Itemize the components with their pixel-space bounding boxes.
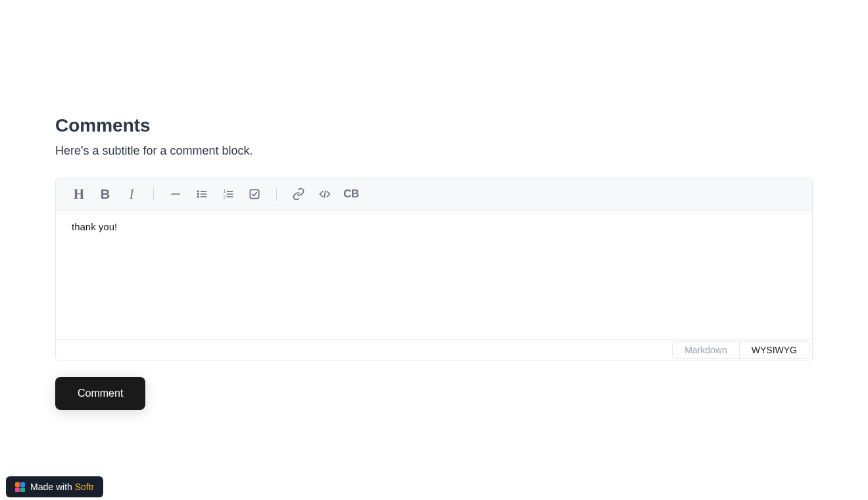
editor-footer: Markdown WYSIWYG <box>56 339 812 361</box>
svg-text:1: 1 <box>224 189 226 193</box>
heading-button[interactable]: H <box>68 186 90 202</box>
mode-switch: Markdown WYSIWYG <box>672 341 809 359</box>
checklist-button[interactable] <box>243 186 266 202</box>
code-icon <box>318 188 331 201</box>
bullet-list-icon <box>195 188 208 201</box>
softr-logo-icon <box>15 482 25 492</box>
editor-textarea[interactable]: thank you! <box>56 211 812 339</box>
comment-editor: H B I 1 2 <box>55 178 813 361</box>
ordered-list-icon: 1 2 <box>222 188 235 201</box>
horizontal-rule-button[interactable] <box>164 186 187 202</box>
svg-rect-12 <box>250 189 258 198</box>
svg-point-3 <box>197 193 199 195</box>
editor-toolbar: H B I 1 2 <box>56 178 812 211</box>
horizontal-rule-icon <box>169 188 182 201</box>
italic-button[interactable]: I <box>120 186 143 202</box>
svg-point-5 <box>197 196 199 197</box>
codeblock-button[interactable]: CB <box>340 186 362 202</box>
softr-badge-text: Made with Softr <box>30 482 94 492</box>
wysiwyg-mode-button[interactable]: WYSIWYG <box>740 342 809 358</box>
bullet-list-button[interactable] <box>191 186 213 202</box>
markdown-mode-button[interactable]: Markdown <box>673 342 740 358</box>
page-subtitle: Here's a subtitle for a comment block. <box>55 144 813 158</box>
code-button[interactable] <box>314 186 336 202</box>
softr-badge[interactable]: Made with Softr <box>6 476 103 497</box>
ordered-list-button[interactable]: 1 2 <box>217 186 239 202</box>
toolbar-divider <box>276 188 277 201</box>
link-button[interactable] <box>287 186 310 202</box>
svg-point-1 <box>197 191 199 192</box>
submit-comment-button[interactable]: Comment <box>55 377 145 410</box>
svg-text:2: 2 <box>224 195 226 199</box>
checklist-icon <box>248 188 261 201</box>
svg-line-13 <box>324 191 326 197</box>
link-icon <box>292 188 305 201</box>
page-title: Comments <box>55 115 813 136</box>
toolbar-divider <box>153 188 154 201</box>
bold-button[interactable]: B <box>94 186 116 202</box>
